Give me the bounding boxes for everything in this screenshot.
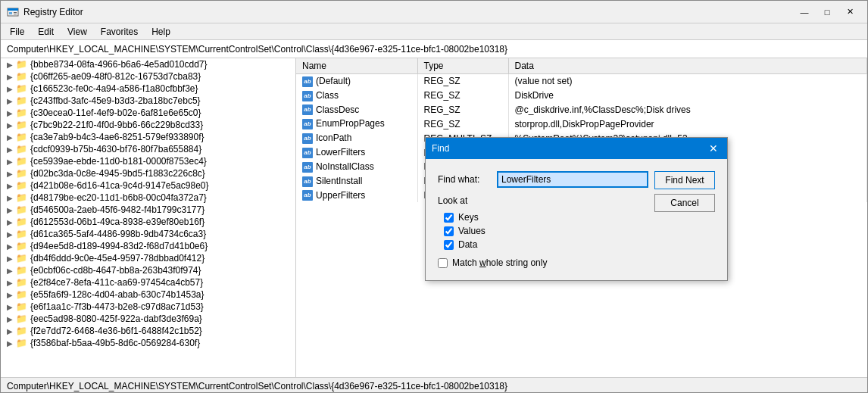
tree-item[interactable]: ▶ 📁 {e55fa6f9-128c-4d04-abab-630c74b1453… [1,289,295,301]
tree-item[interactable]: ▶ 📁 {ca3e7ab9-b4c3-4ae6-8251-579ef933890… [1,131,295,143]
svg-rect-4 [14,14,17,14]
menu-favorites[interactable]: Favorites [95,25,144,38]
cell-type: REG_SZ [417,117,508,131]
tree-item[interactable]: ▶ 📁 {f2e7dd72-6468-4e36-b6f1-6488f42c1b5… [1,325,295,337]
tree-item[interactable]: ▶ 📁 {d546500a-2aeb-45f6-9482-f4b1799c317… [1,204,295,216]
folder-icon: 📁 [16,59,27,70]
tree-arrow: ▶ [7,145,16,154]
folder-icon: 📁 [16,301,27,312]
data-label[interactable]: Data [458,239,477,250]
table-row[interactable]: abEnumPropPagesREG_SZstorprop.dll,DiskPr… [296,117,867,131]
keys-checkbox[interactable] [444,213,454,223]
tree-arrow: ▶ [7,170,16,178]
tree-item[interactable]: ▶ 📁 {c243ffbd-3afc-45e9-b3d3-2ba18bc7ebc… [1,95,295,107]
minimize-button[interactable]: — [793,4,816,20]
column-type[interactable]: Type [417,58,508,74]
tree-arrow: ▶ [7,158,16,166]
menu-help[interactable]: Help [145,25,176,38]
tree-arrow: ▶ [7,303,16,311]
folder-icon: 📁 [16,326,27,336]
address-text: Computer\HKEY_LOCAL_MACHINE\SYSTEM\Curre… [7,44,507,55]
table-row[interactable]: ab(Default)REG_SZ(value not set) [296,74,867,89]
title-bar-left: Registry Editor [7,6,83,18]
tree-label: {c166523c-fe0c-4a94-a586-f1a80cfbbf3e} [30,83,198,94]
tree-label: {e0cbf06c-cd8b-4647-bb8a-263b43f0f974} [30,265,201,276]
tree-arrow: ▶ [7,218,16,226]
tree-item[interactable]: ▶ 📁 {ce5939ae-ebde-11d0-b181-0000f8753ec… [1,155,295,167]
tree-item[interactable]: ▶ 📁 {d02bc3da-0c8e-4945-9bd5-f1883c226c8… [1,167,295,179]
tree-item[interactable]: ▶ 📁 {c166523c-fe0c-4a94-a586-f1a80cfbbf3… [1,83,295,95]
tree-item[interactable]: ▶ 📁 {e2f84ce7-8efa-411c-aa69-97454ca4cb5… [1,276,295,289]
dialog-close-button[interactable]: ✕ [706,141,721,156]
folder-icon: 📁 [16,241,27,251]
values-label[interactable]: Values [458,226,486,236]
reg-value-icon: ab [302,76,313,87]
tree-label: {cdcf0939-b75b-4630-bf76-80f7ba655884} [30,144,201,154]
cell-name: abLowerFilters [296,145,417,160]
keys-label[interactable]: Keys [458,212,479,223]
menu-view[interactable]: View [61,25,93,38]
folder-icon: 📁 [16,265,27,276]
tree-item[interactable]: ▶ 📁 {d61ca365-5af4-4486-998b-9db4734c6ca… [1,228,295,240]
tree-item[interactable]: ▶ 📁 {e0cbf06c-cd8b-4647-bb8a-263b43f0f97… [1,264,295,276]
find-next-button[interactable]: Find Next [654,171,715,189]
cell-name: abEnumPropPages [296,117,417,131]
tree-label: {db4f6ddd-9c0e-45e4-9597-78dbbad0f412} [30,253,205,264]
tree-arrow: ▶ [7,61,16,69]
tree-item[interactable]: ▶ 📁 {d48179be-ec20-11d1-b6b8-00c04fa372a… [1,192,295,204]
tree-item[interactable]: ▶ 📁 {e6f1aa1c-7f3b-4473-b2e8-c97d8ac71d5… [1,301,295,313]
maximize-button[interactable]: □ [816,4,838,20]
tree-label: {e2f84ce7-8efa-411c-aa69-97454ca4cb57} [30,277,203,288]
reg-value-icon: ab [302,162,313,173]
tree-item[interactable]: ▶ 📁 {d421b08e-6d16-41ca-9c4d-9147e5ac98e… [1,179,295,192]
cell-name: abClass [296,89,417,103]
values-checkbox[interactable] [444,226,454,236]
column-name[interactable]: Name [296,58,417,74]
cancel-button[interactable]: Cancel [654,194,715,212]
tree-label: {c7bc9b22-21f0-4f0d-9bb6-66c229b8cd33} [30,120,203,130]
reg-value-icon: ab [302,104,313,115]
cell-name: abUpperFilters [296,189,417,203]
menu-bar: File Edit View Favorites Help [1,23,867,40]
find-what-label: Find what: [438,174,491,185]
column-data[interactable]: Data [508,58,867,74]
folder-icon: 📁 [16,229,27,239]
find-what-input[interactable] [497,171,648,188]
tree-arrow: ▶ [7,109,16,117]
svg-rect-2 [9,12,12,14]
tree-item[interactable]: ▶ 📁 {d612553d-06b1-49ca-8938-e39ef80eb16… [1,216,295,228]
tree-label: {ca3e7ab9-b4c3-4ae6-8251-579ef933890f} [30,132,205,142]
table-row[interactable]: abClassDescREG_SZ@c_diskdrive.inf,%Class… [296,103,867,117]
cell-data: DiskDrive [508,89,867,103]
tree-item[interactable]: ▶ 📁 {bbbe8734-08fa-4966-b6a6-4e5ad010cdd… [1,58,295,70]
tree-panel[interactable]: ▶ 📁 {bbbe8734-08fa-4966-b6a6-4e5ad010cdd… [1,58,296,377]
folder-icon: 📁 [16,192,27,203]
tree-arrow: ▶ [7,267,16,275]
reg-value-icon: ab [302,133,313,144]
tree-item[interactable]: ▶ 📁 {f3586baf-b5aa-49b5-8d6c-0569284-630… [1,337,295,349]
cell-name: abNoInstallClass [296,160,417,174]
tree-label: {d02bc3da-0c8e-4945-9bd5-f1883c226c8c} [30,168,205,179]
folder-icon: 📁 [16,338,27,348]
dialog-buttons: Find Next Cancel [654,171,715,212]
tree-item[interactable]: ▶ 📁 {db4f6ddd-9c0e-45e4-9597-78dbbad0f41… [1,252,295,264]
tree-item[interactable]: ▶ 📁 {c7bc9b22-21f0-4f0d-9bb6-66c229b8cd3… [1,119,295,131]
table-row[interactable]: abClassREG_SZDiskDrive [296,89,867,103]
status-text: Computer\HKEY_LOCAL_MACHINE\SYSTEM\Curre… [7,381,507,391]
tree-item[interactable]: ▶ 📁 {c06ff265-ae09-48f0-812c-16753d7cba8… [1,70,295,83]
tree-item[interactable]: ▶ 📁 {d94ee5d8-d189-4994-83d2-f68d7d41b0e… [1,240,295,252]
close-button[interactable]: ✕ [838,4,861,20]
menu-edit[interactable]: Edit [32,25,60,38]
menu-file[interactable]: File [4,25,30,38]
tree-item[interactable]: ▶ 📁 {cdcf0939-b75b-4630-bf76-80f7ba65588… [1,143,295,155]
tree-item[interactable]: ▶ 📁 {c30ecea0-11ef-4ef9-b02e-6af81e6e65c… [1,107,295,119]
values-checkbox-row: Values [444,226,648,236]
data-checkbox[interactable] [444,240,454,250]
match-checkbox[interactable] [438,258,448,268]
cell-name: abClassDesc [296,103,417,117]
cell-data: (value not set) [508,74,867,89]
reg-value-icon: ab [302,176,313,187]
tree-arrow: ▶ [7,339,16,348]
tree-item[interactable]: ▶ 📁 {eec5ad98-8080-425f-922a-dabf3de3f69… [1,313,295,325]
match-label[interactable]: Match whole string only [452,257,547,268]
